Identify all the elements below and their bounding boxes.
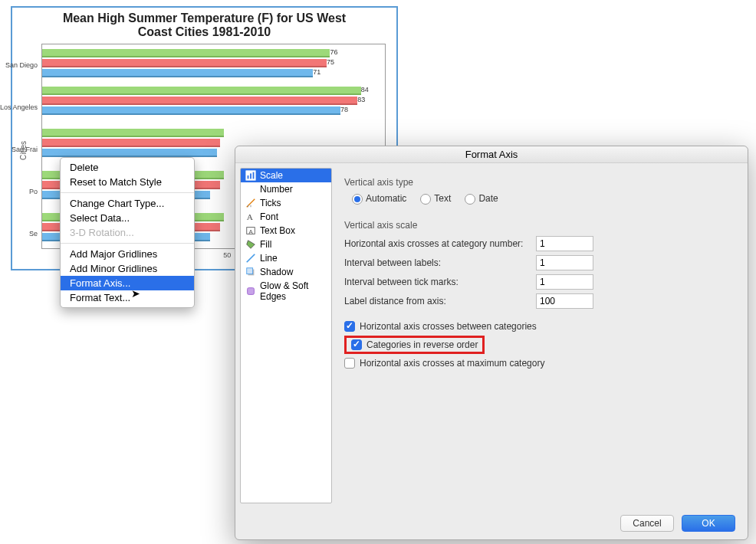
sidebar-item-label: Number [260,184,293,195]
shadow-icon [245,267,256,277]
interval-labels-label: Interval between labels: [344,257,536,268]
crosses-at-label: Horizontal axis crosses at category numb… [344,238,536,249]
sidebar-item-label: Line [260,253,278,264]
check-reverse-order[interactable]: Categories in reverse order [351,339,478,350]
ctx-add-major-gridlines[interactable]: Add Major Gridlines [61,247,194,261]
sidebar-item-number[interactable]: Number [241,182,331,196]
sidebar-item-label: Glow & Soft Edges [260,280,327,302]
interval-ticks-input[interactable] [536,274,593,290]
ok-button[interactable]: OK [682,515,735,532]
checkbox-label: Horizontal axis crosses between categori… [360,321,537,332]
svg-rect-14 [248,288,255,295]
ctx-separator [61,243,194,244]
category-label: Se [29,230,38,238]
svg-rect-13 [247,268,253,274]
checkbox-icon [351,339,362,350]
ctx-select-data[interactable]: Select Data... [61,211,194,225]
category-label: San Diego [5,61,38,69]
scale-icon [245,170,256,181]
interval-labels-input[interactable] [536,255,593,270]
ctx-add-minor-gridlines[interactable]: Add Minor Gridlines [61,261,194,276]
font-icon: A [245,211,256,222]
sidebar-item-line[interactable]: Line [241,251,331,265]
ctx-format-text[interactable]: Format Text... [61,290,194,305]
svg-rect-1 [248,175,249,179]
checkbox-label: Horizontal axis crosses at maximum categ… [360,358,544,369]
dialog-sidebar: Scale Number Ticks A Font A Text Box [235,163,337,539]
section-header-axis-scale: Vertical axis scale [344,220,735,231]
cursor-icon: ➤ [131,287,140,300]
sidebar-item-scale[interactable]: Scale [241,169,331,182]
sidebar-item-fill[interactable]: Fill [241,238,331,251]
ctx-reset-match-style[interactable]: Reset to Match Style [61,175,194,189]
chart-title: Mean High Summer Temperature (F) for US … [12,8,396,39]
sidebar-item-label: Fill [260,239,271,250]
category-label: San Frai [12,146,38,153]
svg-line-11 [247,254,255,263]
ctx-3d-rotation: 3-D Rotation... [61,225,194,240]
checkbox-icon [344,358,355,369]
cancel-button[interactable]: Cancel [620,515,674,532]
sidebar-item-label: Font [260,211,278,222]
radio-date[interactable]: Date [465,193,498,205]
svg-text:A: A [248,228,253,235]
interval-ticks-label: Interval between tick marks: [344,277,536,287]
dialog-title: Format Axis [235,146,748,163]
line-icon [245,253,256,264]
check-crosses-between[interactable]: Horizontal axis crosses between categori… [344,321,735,332]
sidebar-item-glow[interactable]: Glow & Soft Edges [241,279,331,303]
check-crosses-max[interactable]: Horizontal axis crosses at maximum categ… [344,358,735,369]
ctx-separator [61,192,194,193]
svg-text:A: A [247,212,254,221]
textbox-icon: A [245,225,256,236]
dialog-main: Vertical axis type Automatic Text Date V… [337,163,748,539]
ticks-icon [245,198,256,208]
sidebar-item-label: Ticks [260,198,281,208]
context-menu: Delete Reset to Match Style Change Chart… [60,157,195,308]
svg-rect-2 [250,173,251,179]
label-distance-input[interactable] [536,293,593,309]
crosses-at-input[interactable] [536,236,593,251]
sidebar-item-label: Shadow [260,267,293,277]
radio-text[interactable]: Text [420,193,451,205]
radio-automatic[interactable]: Automatic [352,193,406,205]
category-label: Po [29,188,38,195]
category-label: Los Angeles [0,103,38,111]
ctx-format-axis[interactable]: Format Axis... [61,276,194,290]
svg-marker-10 [247,241,255,249]
sidebar-item-text-box[interactable]: A Text Box [241,224,331,238]
sidebar-item-ticks[interactable]: Ticks [241,196,331,210]
sidebar-item-label: Text Box [260,225,295,236]
fill-icon [245,239,256,250]
x-tick: 50 [223,251,231,259]
svg-rect-3 [253,172,255,179]
label-distance-label: Label distance from axis: [344,296,536,306]
section-header-axis-type: Vertical axis type [344,177,735,188]
sidebar-item-label: Scale [260,170,283,181]
highlight-box: Categories in reverse order [344,336,485,354]
checkbox-label: Categories in reverse order [366,339,478,350]
sidebar-item-shadow[interactable]: Shadow [241,265,331,279]
glow-icon [245,286,256,297]
number-icon [245,184,256,195]
ctx-delete[interactable]: Delete [61,160,194,175]
format-axis-dialog: Format Axis Scale Number Ticks A Font [235,146,748,540]
checkbox-icon [344,321,355,332]
sidebar-item-font[interactable]: A Font [241,210,331,224]
ctx-change-chart-type[interactable]: Change Chart Type... [61,196,194,211]
